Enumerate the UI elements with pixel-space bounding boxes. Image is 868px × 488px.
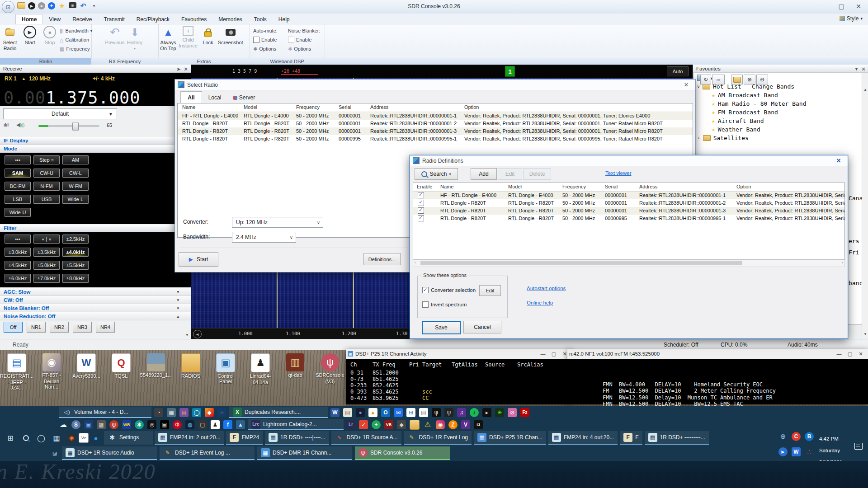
maximize-icon[interactable] (833, 0, 850, 12)
tab-all[interactable]: All (180, 91, 202, 103)
filter-button[interactable]: ±3.0kHz (5, 248, 31, 257)
radio-row[interactable]: HF - RTL Dongle - E4000 RTL Dongle - E40… (178, 112, 693, 120)
wr-radio-icon[interactable]: WR (122, 420, 131, 429)
dsp-row[interactable]: AGC: Slow▾ (0, 288, 191, 296)
volume-slider-thumb[interactable] (72, 122, 79, 131)
favourite-band-item[interactable]: ★ AM Broadcast Band (693, 91, 862, 99)
minimize-icon[interactable] (538, 351, 548, 357)
filter-button[interactable]: « | » (33, 235, 60, 244)
desktop-icon[interactable]: ▤ REGISTRATI...- JEEP - JZ4... (2, 353, 32, 390)
mode-button[interactable]: AM (62, 155, 89, 164)
folder-yellow-icon[interactable] (410, 420, 420, 430)
column-model[interactable]: Model (244, 104, 257, 110)
taskbar-app-button[interactable]: ▦ DSD+ P25 1R Chan... (474, 431, 546, 445)
search-icon[interactable] (19, 431, 33, 445)
save-button[interactable]: Save (422, 321, 461, 334)
auto-button[interactable]: Auto (667, 66, 689, 76)
desktop-icon[interactable]: ◉ FT-857 -Beulah Narr... (37, 353, 66, 390)
definition-row[interactable]: RTL Dongle - R820T RTL Dongle - R820T 50… (413, 207, 844, 215)
if-display-header[interactable]: IF Display (0, 137, 191, 145)
taskbar-app-button[interactable]: ∿ DSD+ 1R Source A... (331, 431, 401, 445)
desktop-icon[interactable]: ▣ Control Panel (211, 353, 241, 390)
mode-button[interactable]: ••• (5, 155, 31, 164)
clock-icon[interactable]: ◔ (154, 408, 163, 417)
radio-row[interactable]: RTL Dongle - R820T RTL Dongle - R820T 50… (178, 135, 693, 143)
maximize-icon[interactable] (548, 351, 559, 357)
taskbar-app-button[interactable]: ▦ 1R DSD+ ----|----... (265, 431, 329, 445)
minimize-icon[interactable] (834, 351, 844, 357)
warning-icon[interactable]: ⚠ (423, 420, 432, 429)
column-enable[interactable]: Enable (417, 184, 432, 189)
ribbon-tab[interactable]: Receive (66, 14, 98, 24)
converter-select[interactable]: Up: 120 MHz∨ (232, 217, 323, 228)
auto-mute-options[interactable]: ✱Options (253, 45, 288, 52)
todoist-icon[interactable]: ✓ (359, 420, 368, 429)
skype-icon[interactable]: S (71, 420, 80, 429)
start-radio-button[interactable]: ▶Start (179, 252, 218, 267)
filter-button[interactable]: ±5.5kHz (62, 261, 89, 270)
definition-row[interactable]: RTL Dongle - R820T RTL Dongle - R820T 50… (413, 199, 844, 207)
favourite-band-item[interactable]: ★ FM Broadcast Band (693, 108, 862, 116)
power-icon[interactable]: Φ (173, 420, 182, 429)
select-radio-titlebar[interactable]: Select Radio ✕ (175, 80, 695, 90)
headphones-icon[interactable]: ∩ (217, 408, 226, 417)
close-icon[interactable] (855, 351, 866, 357)
ccleaner-icon[interactable]: C (792, 432, 801, 441)
cortana-icon[interactable]: ◯ (34, 431, 48, 445)
more-button[interactable]: ••• (712, 75, 725, 84)
paint-drop-icon[interactable]: ◆ (205, 408, 214, 417)
zello-icon[interactable]: Z (448, 420, 458, 429)
ribbon-tab[interactable]: Favourites (175, 14, 212, 24)
satellite-icon[interactable]: ✱ (135, 420, 144, 429)
filter-header[interactable]: Filter (0, 225, 191, 232)
filter-button[interactable]: ±8.0kHz (62, 274, 89, 283)
favourite-band-item[interactable]: ★ Ham Radio - 80 Meter Band (693, 99, 862, 108)
filter-button[interactable]: ±4.5kHz (5, 261, 31, 270)
definition-row[interactable]: RTL Dongle - R820T RTL Dongle - R820T 50… (413, 215, 844, 222)
radio-row[interactable]: RTL Dongle - R820T RTL Dongle - R820T 50… (178, 127, 693, 135)
taskbar-app-button[interactable]: F F (620, 431, 642, 445)
scroll-left-icon[interactable]: ◄ (193, 330, 202, 338)
vb-audio-icon[interactable]: VB (384, 420, 393, 429)
taskbar-app-button[interactable]: ψ SDR Console v3.0.26 (355, 446, 450, 460)
firefox-icon[interactable]: ◉ (67, 433, 76, 442)
noise-blanker-enable[interactable]: Enable (288, 36, 325, 43)
taskbar-app-button[interactable]: ✎ DSD+ 1R Event Log (404, 431, 472, 445)
chevron-icon[interactable]: ▾ (177, 288, 179, 296)
pane-close-icon[interactable]: ✕ (861, 65, 866, 73)
column-serial[interactable]: Serial (605, 184, 618, 189)
edit-converter-button[interactable]: Edit (479, 285, 501, 296)
previous-button[interactable]: ↶ Previous (105, 24, 125, 57)
mode-button[interactable]: CW-L (62, 169, 89, 178)
pink-app-icon[interactable]: ⊘ (508, 408, 517, 417)
scrollbar-thumb[interactable] (420, 261, 742, 265)
tab-server[interactable]: Server (228, 93, 260, 103)
expand-icon[interactable]: ∨ (697, 84, 700, 89)
mode-button[interactable]: SAM (5, 169, 31, 178)
driver-green-icon[interactable]: + (372, 420, 381, 429)
antenna-dark-icon[interactable]: ψ (432, 408, 441, 417)
taskbar-app-button[interactable]: F FMP24 (226, 431, 263, 445)
filter-button[interactable]: ±6.0kHz (5, 274, 31, 283)
w-app-icon[interactable]: W (792, 447, 801, 456)
ribbon-tab[interactable]: Tools (248, 14, 273, 24)
desktop-icon[interactable]: ψ SDRConsole(V3) (315, 353, 345, 390)
converter-selection-checkbox[interactable]: Converter selection (422, 287, 476, 293)
minimize-icon[interactable] (816, 0, 833, 12)
scroll-down-icon[interactable]: ▾ (186, 333, 188, 337)
taskbar-settings[interactable]: ✱ Settings (104, 431, 153, 445)
ribbon-tab[interactable]: Memories (212, 14, 248, 24)
outlook-icon[interactable]: O (381, 408, 390, 417)
noise-blanker-options[interactable]: ✱Options (288, 45, 325, 52)
style-button[interactable]: Style▾ (840, 15, 863, 22)
taskbar-excel-doc[interactable]: X Duplicates Research.... (229, 407, 328, 418)
desktop-icon[interactable]: W Avery5390... (71, 353, 101, 390)
taskbar-app-button[interactable]: ✎ DSD+ 1R Event Log ... (160, 446, 255, 460)
scroll-up-icon[interactable]: ▲ (863, 88, 867, 92)
tab-local[interactable]: Local (203, 93, 226, 103)
bandwidth-button[interactable]: |||Bandwidth▾ (60, 27, 92, 34)
edit-button[interactable]: Edit (498, 168, 522, 180)
scroll-down-icon[interactable]: ▼ (863, 332, 867, 336)
dsp-row[interactable]: Noise Reduction: Off▴ (0, 312, 191, 320)
nr-button[interactable]: NR4 (96, 322, 115, 333)
